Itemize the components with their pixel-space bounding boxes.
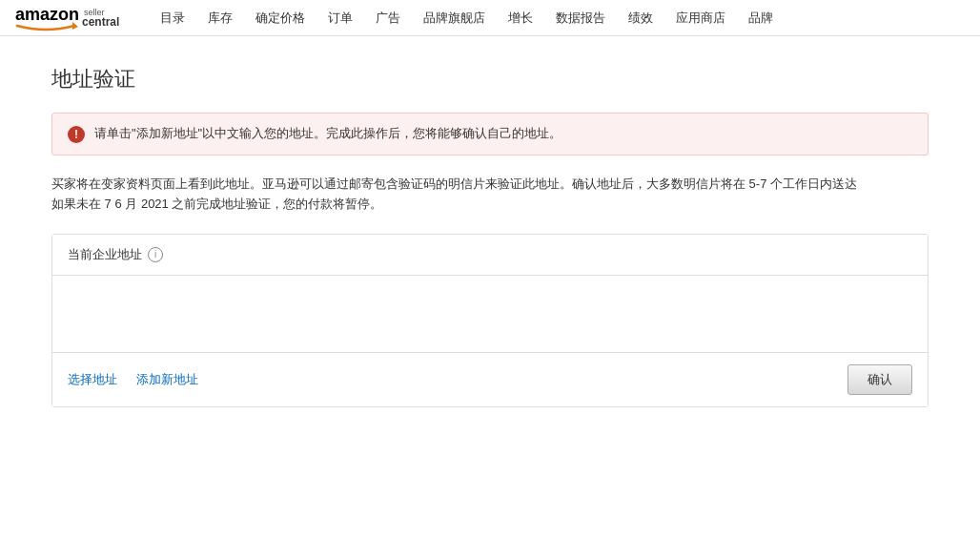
logo-container: amazon seller central xyxy=(15,3,139,33)
address-card: 当前企业地址 i 选择地址 添加新地址 确认 xyxy=(51,234,929,407)
page-title: 地址验证 xyxy=(51,65,929,93)
header: amazon seller central 目录 库存 确定价格 订单 广告 品… xyxy=(0,0,980,36)
confirm-button[interactable]: 确认 xyxy=(847,364,912,395)
nav-item-inventory[interactable]: 库存 xyxy=(196,0,244,36)
nav-item-growth[interactable]: 增长 xyxy=(497,0,544,36)
svg-text:amazon: amazon xyxy=(15,5,79,24)
description: 买家将在变家资料页面上看到此地址。亚马逊可以通过邮寄包含验证码的明信片来验证此地… xyxy=(51,175,929,215)
description-line2: 如果未在 7 6 月 2021 之前完成地址验证，您的付款将暂停。 xyxy=(51,195,929,215)
select-address-button[interactable]: 选择地址 xyxy=(68,371,117,388)
add-address-button[interactable]: 添加新地址 xyxy=(136,371,198,388)
nav-item-performance[interactable]: 绩效 xyxy=(617,0,664,36)
nav-item-brand[interactable]: 品牌 xyxy=(737,0,785,36)
nav-item-orders[interactable]: 订单 xyxy=(316,0,364,36)
alert-text: 请单击"添加新地址"以中文输入您的地址。完成此操作后，您将能够确认自己的地址。 xyxy=(94,125,561,142)
info-icon[interactable]: i xyxy=(148,247,163,262)
nav-item-catalog[interactable]: 目录 xyxy=(149,0,196,36)
address-card-footer: 选择地址 添加新地址 确认 xyxy=(52,352,928,406)
nav-item-app-store[interactable]: 应用商店 xyxy=(664,0,737,36)
nav-item-brand-store[interactable]: 品牌旗舰店 xyxy=(412,0,497,36)
address-section-label: 当前企业地址 xyxy=(68,246,142,263)
amazon-logo: amazon seller central xyxy=(15,3,139,33)
nav-item-advertising[interactable]: 广告 xyxy=(364,0,412,36)
alert-icon xyxy=(68,126,85,143)
description-line1: 买家将在变家资料页面上看到此地址。亚马逊可以通过邮寄包含验证码的明信片来验证此地… xyxy=(51,175,929,195)
nav-item-reports[interactable]: 数据报告 xyxy=(544,0,617,36)
svg-text:central: central xyxy=(82,15,119,29)
footer-left-buttons: 选择地址 添加新地址 xyxy=(68,371,198,388)
address-card-body xyxy=(52,276,928,352)
address-card-header: 当前企业地址 i xyxy=(52,235,928,276)
page-content: 地址验证 请单击"添加新地址"以中文输入您的地址。完成此操作后，您将能够确认自己… xyxy=(32,36,948,436)
alert-box: 请单击"添加新地址"以中文输入您的地址。完成此操作后，您将能够确认自己的地址。 xyxy=(51,113,929,155)
nav-item-pricing[interactable]: 确定价格 xyxy=(244,0,316,36)
main-nav: 目录 库存 确定价格 订单 广告 品牌旗舰店 增长 数据报告 绩效 应用商店 品… xyxy=(149,0,785,36)
